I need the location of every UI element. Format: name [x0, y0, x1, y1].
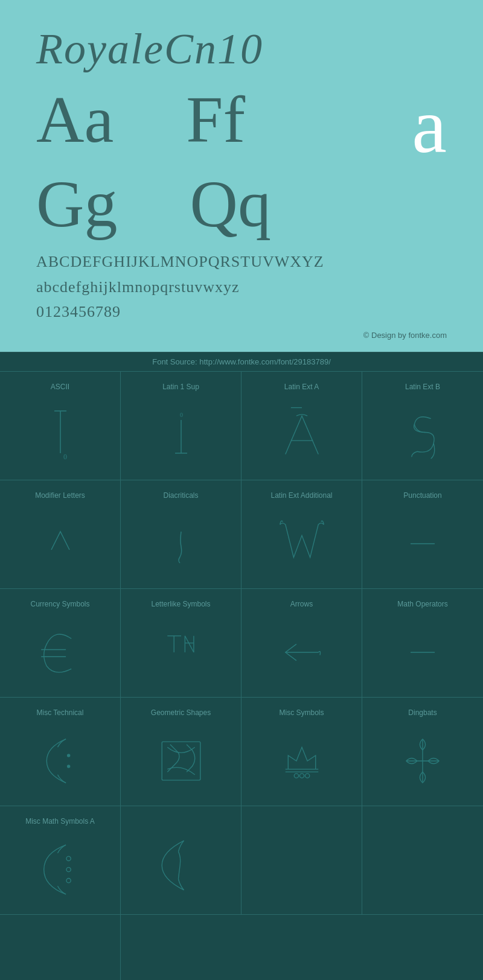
- glyph-cell-geometricshapes: Geometric Shapes: [121, 698, 242, 806]
- alphabet-upper: ABCDEFGHIJKLMNOPQRSTUVWXYZ: [36, 249, 447, 275]
- svg-point-25: [299, 774, 304, 778]
- glyph-preview-geometricshapes: [127, 723, 235, 800]
- glyph-preview-diacriticals: [127, 506, 235, 582]
- glyph-preview-latinextb: [368, 397, 477, 474]
- specimen-aa: Aa: [36, 86, 114, 153]
- glyph-cell-letterlikesymbols: Letterlike Symbols: [121, 589, 242, 698]
- svg-point-30: [66, 868, 71, 872]
- glyph-preview-miscsymbols: [248, 723, 356, 800]
- glyph-cell-empty2: [242, 806, 362, 915]
- svg-point-19: [66, 754, 69, 757]
- glyphs-section: ASCII 0 Latin 1 Sup 0: [0, 371, 483, 980]
- glyph-preview-latin1sup: 0: [127, 397, 235, 474]
- header-section: RoyaleCn10 Aa Ff a Gg Qq ABCDEFGHIJKLMNO…: [0, 0, 483, 352]
- specimen-ff: Ff: [186, 86, 245, 153]
- glyph-cell-mathoperators: Math Operators: [362, 589, 483, 698]
- glyph-label-arrows: Arrows: [290, 595, 313, 608]
- glyph-cell-latin1sup: Latin 1 Sup 0: [121, 372, 242, 480]
- glyph-label-mathoperators: Math Operators: [397, 595, 447, 608]
- specimen-gg: Gg: [36, 171, 117, 237]
- alphabet-section: ABCDEFGHIJKLMNOPQRSTUVWXYZ abcdefghijklm…: [36, 249, 447, 325]
- glyph-preview-currencysymbols: [6, 614, 114, 691]
- glyph-label-diacriticals: Diacriticals: [163, 486, 198, 500]
- specimen-qq: Qq: [190, 171, 270, 237]
- glyph-cell-misctechnical: Misc Technical: [0, 698, 121, 806]
- alphabet-lower: abcdefghijklmnopqrstuvwxyz: [36, 275, 447, 300]
- glyph-cell-arrows: Arrows: [242, 589, 362, 698]
- glyph-preview-empty2: [248, 823, 356, 908]
- glyph-preview-letterlikesymbols: [127, 614, 235, 691]
- glyph-cell-punctuation: Punctuation: [362, 480, 483, 589]
- glyph-label-currencysymbols: Currency Symbols: [30, 595, 89, 608]
- glyph-cell-latinextb: Latin Ext B: [362, 372, 483, 480]
- glyph-cell-empty1: [121, 806, 242, 915]
- font-title: RoyaleCn10: [36, 24, 447, 74]
- glyph-preview-arrows: [248, 614, 356, 691]
- svg-point-31: [66, 879, 71, 883]
- copyright-text: © Design by fontke.com: [36, 331, 447, 340]
- glyph-label-misctechnical: Misc Technical: [37, 704, 84, 717]
- glyph-preview-ascii: 0: [6, 397, 114, 474]
- svg-text:0: 0: [180, 412, 183, 418]
- glyph-cell-currencysymbols: Currency Symbols: [0, 589, 121, 698]
- glyph-cell-miscsymbols: Misc Symbols: [242, 698, 362, 806]
- glyph-label-punctuation: Punctuation: [403, 486, 441, 500]
- svg-text:0: 0: [63, 453, 67, 461]
- glyph-label-dingbats: Dingbats: [408, 704, 437, 717]
- svg-point-20: [66, 765, 69, 768]
- svg-point-24: [294, 774, 298, 778]
- digits: 0123456789: [36, 299, 447, 325]
- glyph-preview-modifierletters: [6, 506, 114, 582]
- glyph-label-miscmathsymbolsa: Misc Math Symbols A: [25, 812, 95, 826]
- glyph-label-letterlikesymbols: Letterlike Symbols: [151, 595, 210, 608]
- glyph-cell-diacriticals: Diacriticals: [121, 480, 242, 589]
- glyph-preview-empty3: [368, 823, 477, 908]
- glyph-cell-modifierletters: Modifier Letters: [0, 480, 121, 589]
- glyph-cell-empty3: [362, 806, 483, 915]
- glyph-preview-empty1: [127, 823, 235, 908]
- glyph-cell-dingbats: Dingbats: [362, 698, 483, 806]
- svg-point-29: [66, 856, 71, 861]
- glyph-cell-ascii: ASCII 0: [0, 372, 121, 480]
- glyph-label-latinextadditional: Latin Ext Additional: [270, 486, 332, 500]
- glyph-preview-miscmathsymbolsa: [6, 832, 114, 908]
- glyph-grid: ASCII 0 Latin 1 Sup 0: [0, 371, 483, 980]
- glyph-label-latinextb: Latin Ext B: [405, 378, 440, 391]
- glyph-cell-empty4: [0, 915, 121, 980]
- glyph-label-ascii: ASCII: [51, 378, 69, 391]
- glyph-label-modifierletters: Modifier Letters: [35, 486, 85, 500]
- specimen-row-2: Gg Qq: [36, 171, 447, 237]
- glyph-label-latinexta: Latin Ext A: [284, 378, 319, 391]
- glyph-preview-misctechnical: [6, 723, 114, 800]
- glyph-preview-latinextadditional: [248, 506, 356, 582]
- glyph-preview-dingbats: [368, 723, 477, 800]
- specimen-row-1: Aa Ff a: [36, 86, 447, 165]
- glyph-cell-latinexta: Latin Ext A: [242, 372, 362, 480]
- glyph-preview-punctuation: [368, 506, 477, 582]
- glyph-cell-miscmathsymbolsa: Misc Math Symbols A: [0, 806, 121, 915]
- specimen-a-white: a: [412, 86, 447, 165]
- glyph-label-latin1sup: Latin 1 Sup: [162, 378, 199, 391]
- glyph-label-geometricshapes: Geometric Shapes: [151, 704, 211, 717]
- svg-point-26: [305, 774, 309, 778]
- glyph-cell-latinextadditional: Latin Ext Additional: [242, 480, 362, 589]
- glyph-preview-mathoperators: [368, 614, 477, 691]
- font-source-bar: Font Source: http://www.fontke.com/font/…: [0, 352, 483, 371]
- glyph-label-miscsymbols: Misc Symbols: [279, 704, 324, 717]
- glyph-preview-latinexta: [248, 397, 356, 474]
- svg-line-14: [185, 636, 194, 652]
- glyph-preview-empty4: [6, 932, 114, 980]
